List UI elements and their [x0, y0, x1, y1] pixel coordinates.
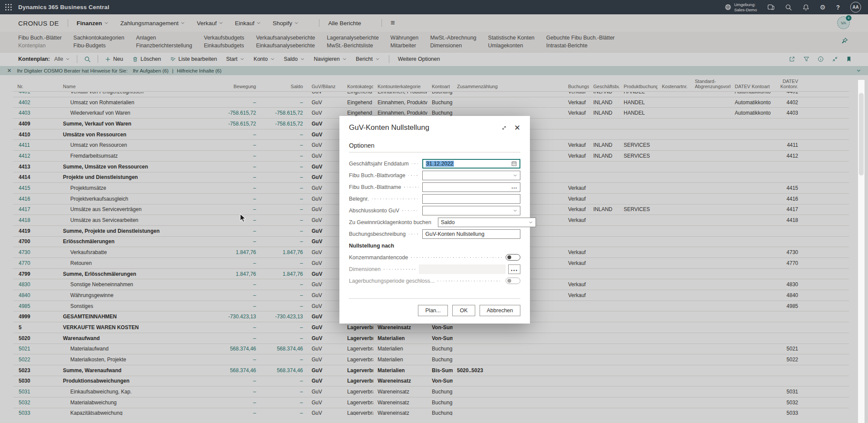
field-label: Buchungsbeschreibung [349, 231, 406, 237]
field-label: Fibu Buch.-Blattname [349, 184, 401, 190]
dotted-leader [409, 234, 419, 235]
dotted-leader [408, 175, 419, 176]
field-input-belegnr-[interactable] [422, 194, 520, 204]
dialog-field-row: Lagerbuchungsperiode geschloss... [349, 275, 520, 287]
dotted-leader [372, 198, 419, 199]
field-label: Belegnr. [349, 196, 369, 202]
field-value: Saldo [441, 219, 455, 225]
field-input-buchungsbeschreibung[interactable]: GuV-Konten Nullstellung [422, 229, 520, 239]
dialog-field-row: Fibu Buch.-Blattname... [349, 181, 520, 193]
selected-field-value: 31.12.2022 [426, 161, 454, 167]
dotted-leader [384, 269, 415, 270]
dialog-field-row: Konzernmandantencode [349, 251, 520, 263]
dialog-field-row: Zu Gewinnrücklagenkonto buchenSaldo [349, 216, 520, 228]
chevron-down-icon[interactable] [529, 220, 533, 225]
field-input-fibu-buch-blattvorlage[interactable] [422, 171, 520, 180]
guv-nullstellung-dialog: GuV-Konten Nullstellung ✕ Optionen Gesch… [339, 116, 530, 324]
divider [349, 298, 520, 299]
dialog-field-row: Dimensionen... [349, 263, 520, 275]
scrollbar-thumb[interactable] [859, 93, 864, 175]
field-label: Konzernmandantencode [349, 254, 408, 261]
dotted-leader [404, 187, 419, 188]
dotted-leader [437, 281, 502, 281]
dialog-subsection-nullstellung-nach: Nullstellung nach [349, 240, 520, 251]
field-label: Geschäftsjahr Enddatum [349, 161, 409, 167]
dialog-title: GuV-Konten Nullstellung [349, 123, 429, 132]
ellipsis-lookup-button[interactable]: ... [508, 264, 520, 274]
field-input-fibu-buch-blattname[interactable]: ... [422, 182, 520, 192]
dialog-field-row: Geschäftsjahr Enddatum31.12.2022 [349, 158, 520, 169]
ellipsis-lookup-icon[interactable]: ... [512, 186, 517, 188]
disabled-field [419, 264, 506, 274]
dialog-field-row: Fibu Buch.-Blattvorlage [349, 169, 520, 181]
dialog-button-abbrechen[interactable]: Abbrechen [480, 305, 520, 316]
dotted-leader [412, 163, 419, 164]
chevron-down-icon[interactable] [513, 208, 517, 213]
field-value: GuV-Konten Nullstellung [425, 231, 484, 237]
toggle-switch [506, 278, 520, 284]
options-section-header: Optionen [349, 142, 520, 152]
toggle-knob [507, 279, 511, 283]
dialog-button-plan[interactable]: Plan... [418, 305, 448, 316]
field-label: Abschlusskonto GuV [349, 208, 399, 214]
dialog-field-row: BuchungsbeschreibungGuV-Konten Nullstell… [349, 228, 520, 240]
dotted-leader [411, 257, 502, 258]
field-label: Zu Gewinnrücklagenkonto buchen [349, 219, 431, 225]
toggle-knob [507, 255, 511, 259]
field-input-abschlusskonto-guv[interactable] [422, 206, 520, 215]
expand-dialog-icon[interactable] [501, 125, 507, 131]
field-input-gesch-ftsjahr-enddatum[interactable]: 31.12.2022 [422, 159, 520, 169]
chevron-down-icon[interactable] [513, 173, 517, 178]
field-label: Fibu Buch.-Blattvorlage [349, 172, 405, 178]
field-label: Lagerbuchungsperiode geschloss... [349, 278, 434, 284]
field-label: Dimensionen [349, 266, 381, 272]
dialog-button-ok[interactable]: OK [452, 305, 475, 316]
dialog-field-row: Belegnr. [349, 193, 520, 205]
vertical-scrollbar[interactable] [858, 80, 865, 423]
field-input-zu-gewinnr-cklagenkonto-buchen[interactable]: Saldo [438, 218, 536, 227]
calendar-icon[interactable] [511, 161, 517, 166]
close-dialog-icon[interactable]: ✕ [514, 124, 520, 132]
dialog-field-row: Abschlusskonto GuV [349, 205, 520, 216]
toggle-switch[interactable] [506, 254, 520, 261]
dotted-leader [402, 210, 419, 211]
